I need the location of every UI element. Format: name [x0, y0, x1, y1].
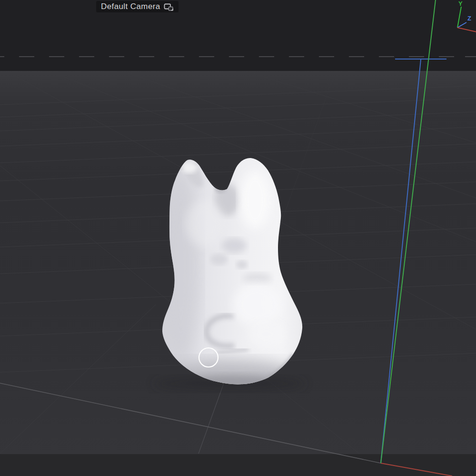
gizmo-y-label: Y	[458, 0, 463, 7]
3d-viewport[interactable]: Default Camera Y Z	[0, 0, 476, 476]
camera-name-text: Default Camera	[101, 2, 160, 11]
gizmo-y-axis	[457, 7, 461, 28]
axis-gizmo[interactable]: Y Z	[450, 0, 476, 38]
gizmo-z-label: Z	[467, 15, 471, 22]
gizmo-x-axis	[457, 28, 476, 32]
scene-canvas[interactable]	[0, 0, 476, 476]
gizmo-z-axis	[457, 22, 466, 28]
camera-icon	[164, 1, 174, 12]
camera-hud-label[interactable]: Default Camera	[96, 1, 178, 12]
